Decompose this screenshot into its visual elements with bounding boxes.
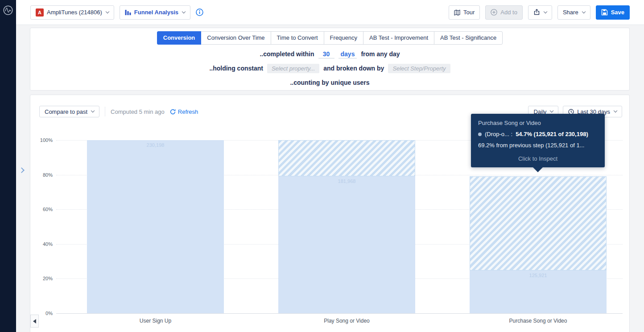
header-actions: Tour Add to Share xyxy=(449,5,630,20)
y-axis-tick-label: 100% xyxy=(40,137,53,143)
y-axis-tick-label: 20% xyxy=(43,276,53,281)
chart-tooltip[interactable]: Purchase Song or Video (Drop-o... : 54.7… xyxy=(471,114,605,167)
funnel-chart-card: Compare to past Computed 5 min ago Refre… xyxy=(30,95,630,332)
broken-down-by-label: and broken down by xyxy=(323,65,384,72)
computed-timestamp: Computed 5 min ago xyxy=(111,108,165,115)
gridline xyxy=(56,313,623,314)
chevron-down-icon xyxy=(614,109,617,112)
funnel-dropoff-segment-play-song-or-video[interactable] xyxy=(278,140,415,176)
tooltip-click-to-inspect[interactable]: Click to Inspect xyxy=(478,155,598,162)
save-label: Save xyxy=(611,9,624,16)
chevron-down-icon xyxy=(182,9,186,13)
tooltip-arrow xyxy=(533,167,543,172)
conversion-window-row: ..completed within 30 days from any day xyxy=(30,49,629,59)
tooltip-detail-text: 69.2% from previous step (125,921 of 1..… xyxy=(478,142,598,149)
y-axis-tick-label: 80% xyxy=(43,172,53,178)
window-unit-selector[interactable]: days xyxy=(339,50,357,58)
x-axis-label-user-sign-up: User Sign Up xyxy=(140,318,171,324)
from-any-day-label: from any day xyxy=(361,50,400,58)
funnel-definition-card: ConversionConversion Over TimeTime to Co… xyxy=(30,28,630,91)
y-axis: 100%80%60%40%20%0% xyxy=(30,140,53,313)
share-button[interactable]: Share xyxy=(557,5,590,20)
amplitude-logo-icon[interactable] xyxy=(3,5,13,15)
funnel-bar-play-song-or-video[interactable] xyxy=(278,176,415,313)
funnel-bar-purchase-song-or-video[interactable] xyxy=(470,270,607,313)
select-step-property-field[interactable]: Select Step/Property xyxy=(388,64,450,73)
series-dot-icon xyxy=(478,133,482,136)
sidebar-expand-chevron-icon[interactable] xyxy=(19,167,25,173)
tab-conversion-over-time[interactable]: Conversion Over Time xyxy=(201,31,271,45)
top-header: A AmpliTunes (214806) Funnel Analysis xyxy=(16,0,644,25)
tab-frequency[interactable]: Frequency xyxy=(324,31,363,45)
project-avatar: A xyxy=(36,8,44,17)
tab-ab-test-improvement[interactable]: AB Test - Improvement xyxy=(363,31,434,45)
tooltip-series-line: (Drop-o... : 54.7% (125,921 of 230,198) xyxy=(478,131,598,137)
divider xyxy=(105,107,105,116)
tour-label: Tour xyxy=(463,9,475,16)
y-axis-tick-label: 0% xyxy=(45,311,53,316)
analysis-type-label: Funnel Analysis xyxy=(134,9,178,16)
tour-button[interactable]: Tour xyxy=(449,5,480,20)
completed-within-label: ..completed within xyxy=(260,50,314,58)
funnel-dropoff-segment-purchase-song-or-video[interactable] xyxy=(470,176,607,270)
left-triangle-icon xyxy=(33,319,36,324)
export-button[interactable] xyxy=(528,5,552,20)
counting-by-row: ..counting by unique users xyxy=(30,78,629,87)
tab-time-to-convert[interactable]: Time to Convert xyxy=(271,31,324,45)
x-axis-label-play-song-or-video: Play Song or Video xyxy=(324,318,370,324)
info-icon[interactable] xyxy=(196,8,203,16)
funnel-chart-icon xyxy=(125,9,131,16)
project-label: AmpliTunes (214806) xyxy=(47,9,102,16)
y-axis-tick-label: 40% xyxy=(43,241,53,247)
counting-by-label: ..counting by unique users xyxy=(290,79,369,86)
holding-breakdown-row: ..holding constant Select property... an… xyxy=(30,63,629,73)
compare-to-past-selector[interactable]: Compare to past xyxy=(39,106,99,117)
chevron-down-icon xyxy=(106,9,109,13)
chevron-down-icon xyxy=(582,9,585,13)
window-value-input[interactable]: 30 xyxy=(318,50,334,58)
y-axis-tick-label: 60% xyxy=(43,207,53,212)
x-axis-labels: User Sign UpPlay Song or VideoPurchase S… xyxy=(30,318,629,325)
save-button[interactable]: Save xyxy=(596,5,630,20)
refresh-link[interactable]: Refresh xyxy=(170,108,198,115)
add-to-button[interactable]: Add to xyxy=(485,5,523,20)
chevron-down-icon xyxy=(544,9,547,13)
project-selector[interactable]: A AmpliTunes (214806) xyxy=(30,5,114,20)
map-tour-icon xyxy=(454,9,460,16)
save-floppy-icon xyxy=(601,9,608,16)
x-axis-label-purchase-song-or-video: Purchase Song or Video xyxy=(509,318,567,324)
select-property-field[interactable]: Select property... xyxy=(267,64,319,73)
add-to-label: Add to xyxy=(500,9,517,16)
tab-conversion[interactable]: Conversion xyxy=(157,31,202,45)
share-label: Share xyxy=(563,9,578,16)
refresh-label: Refresh xyxy=(178,108,198,115)
refresh-icon xyxy=(170,109,176,115)
export-share-icon xyxy=(533,9,540,16)
funnel-bar-user-sign-up[interactable] xyxy=(87,140,224,313)
tab-ab-test-significance[interactable]: AB Test - Significance xyxy=(434,31,503,45)
tooltip-series-label: (Drop-o... : xyxy=(485,131,512,137)
holding-constant-label: ..holding constant xyxy=(209,65,263,72)
plus-circle-icon xyxy=(491,9,497,16)
chevron-down-icon xyxy=(550,109,553,112)
analysis-type-selector[interactable]: Funnel Analysis xyxy=(120,5,190,20)
tooltip-step-title: Purchase Song or Video xyxy=(478,120,598,126)
scroll-left-button[interactable] xyxy=(30,315,39,328)
tooltip-series-value: 54.7% (125,921 of 230,198) xyxy=(516,131,588,137)
view-tabs: ConversionConversion Over TimeTime to Co… xyxy=(30,31,629,45)
chevron-down-icon xyxy=(91,109,95,112)
left-sidebar xyxy=(0,0,16,332)
compare-to-past-label: Compare to past xyxy=(45,108,87,115)
